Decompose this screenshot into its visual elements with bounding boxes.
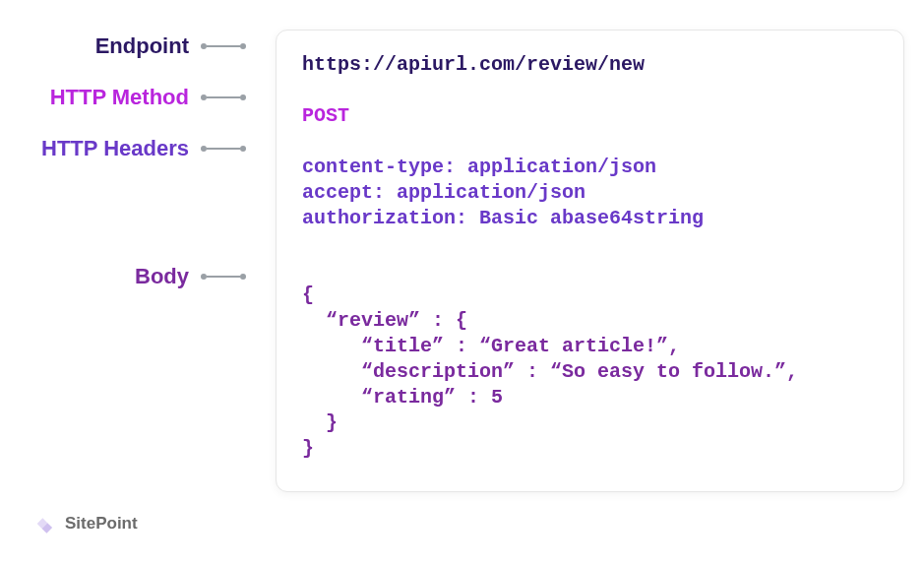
- brand-logo: SitePoint: [31, 511, 138, 536]
- label-body: Body: [135, 264, 189, 289]
- request-body-line: “description” : “So easy to follow.”,: [302, 359, 878, 385]
- label-row-method: HTTP Method: [39, 85, 246, 110]
- request-url: https://apiurl.com/review/new: [302, 52, 878, 78]
- sitepoint-icon: [31, 511, 57, 536]
- request-header-1: content-type: application/json: [302, 155, 878, 180]
- label-row-endpoint: Endpoint: [39, 33, 246, 59]
- request-header-2: accept: application/json: [302, 180, 878, 206]
- request-body-line: “title” : “Great article!”,: [302, 334, 878, 359]
- connector-icon: [201, 146, 246, 152]
- label-endpoint: Endpoint: [95, 33, 189, 59]
- label-row-body: Body: [39, 264, 246, 289]
- label-method: HTTP Method: [50, 85, 189, 110]
- request-body-line: }: [302, 410, 878, 436]
- label-column: Endpoint HTTP Method HTTP Headers Body: [39, 30, 246, 289]
- request-body-line: {: [302, 283, 878, 308]
- connector-icon: [201, 43, 246, 49]
- label-headers: HTTP Headers: [41, 136, 189, 161]
- request-body-line: “rating” : 5: [302, 385, 878, 410]
- request-body-line: }: [302, 436, 878, 462]
- connector-icon: [201, 274, 246, 280]
- request-header-3: authorization: Basic abase64string: [302, 206, 878, 231]
- request-body-line: “review” : {: [302, 308, 878, 334]
- http-request-diagram: Endpoint HTTP Method HTTP Headers Body: [0, 0, 924, 492]
- brand-name: SitePoint: [65, 514, 138, 534]
- request-panel: https://apiurl.com/review/new POST conte…: [276, 30, 904, 492]
- connector-icon: [201, 94, 246, 100]
- request-method: POST: [302, 103, 878, 129]
- label-row-headers: HTTP Headers: [39, 136, 246, 161]
